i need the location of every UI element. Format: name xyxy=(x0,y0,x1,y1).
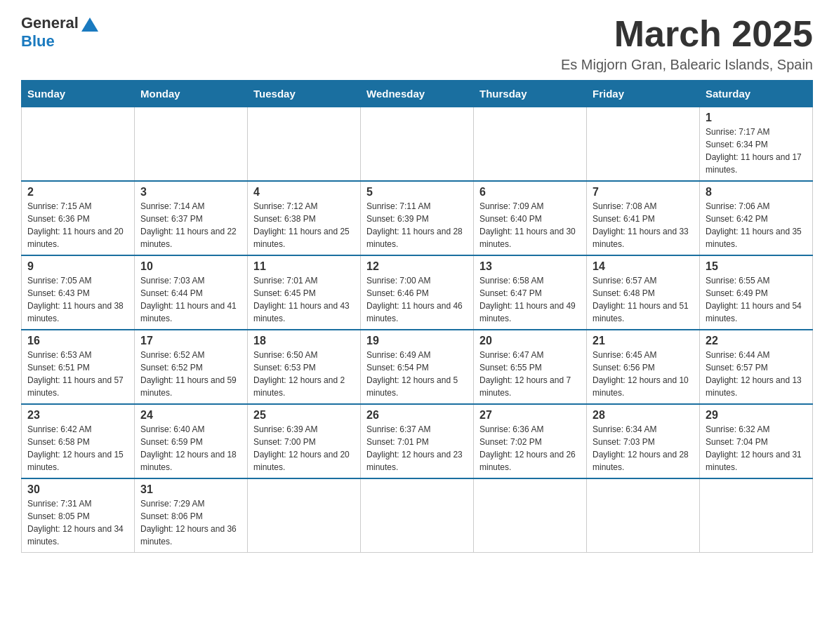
day-info: Sunrise: 6:39 AM Sunset: 7:00 PM Dayligh… xyxy=(253,423,355,474)
table-row: 8Sunrise: 7:06 AM Sunset: 6:42 PM Daylig… xyxy=(700,181,813,255)
header-monday: Monday xyxy=(135,81,248,107)
logo-general: General xyxy=(21,14,98,32)
title-section: March 2025 Es Migjorn Gran, Balearic Isl… xyxy=(561,14,813,73)
day-info: Sunrise: 7:11 AM Sunset: 6:39 PM Dayligh… xyxy=(366,200,468,250)
day-info: Sunrise: 7:15 AM Sunset: 6:36 PM Dayligh… xyxy=(27,200,128,250)
day-number: 9 xyxy=(27,260,128,273)
calendar-table: Sunday Monday Tuesday Wednesday Thursday… xyxy=(21,80,813,553)
day-number: 14 xyxy=(593,260,694,273)
day-number: 19 xyxy=(366,335,468,347)
table-row xyxy=(587,478,700,553)
table-row: 11Sunrise: 7:01 AM Sunset: 6:45 PM Dayli… xyxy=(248,255,361,330)
location-subtitle: Es Migjorn Gran, Balearic Islands, Spain xyxy=(561,57,813,73)
logo-triangle-icon xyxy=(81,18,98,32)
day-info: Sunrise: 7:17 AM Sunset: 6:34 PM Dayligh… xyxy=(706,126,807,176)
table-row: 28Sunrise: 6:34 AM Sunset: 7:03 PM Dayli… xyxy=(587,404,700,478)
table-row: 24Sunrise: 6:40 AM Sunset: 6:59 PM Dayli… xyxy=(135,404,248,478)
table-row: 17Sunrise: 6:52 AM Sunset: 6:52 PM Dayli… xyxy=(135,330,248,404)
day-number: 6 xyxy=(479,186,581,199)
day-info: Sunrise: 6:49 AM Sunset: 6:54 PM Dayligh… xyxy=(366,349,468,399)
table-row xyxy=(361,478,474,553)
table-row: 31Sunrise: 7:29 AM Sunset: 8:06 PM Dayli… xyxy=(135,478,248,553)
table-row: 3Sunrise: 7:14 AM Sunset: 6:37 PM Daylig… xyxy=(135,181,248,255)
day-number: 1 xyxy=(706,112,807,124)
day-number: 2 xyxy=(27,186,128,199)
table-row: 13Sunrise: 6:58 AM Sunset: 6:47 PM Dayli… xyxy=(474,255,587,330)
day-info: Sunrise: 6:57 AM Sunset: 6:48 PM Dayligh… xyxy=(593,274,694,325)
table-row xyxy=(587,107,700,182)
table-row: 30Sunrise: 7:31 AM Sunset: 8:05 PM Dayli… xyxy=(22,478,135,553)
day-number: 27 xyxy=(479,409,581,422)
table-row xyxy=(248,107,361,182)
header-wednesday: Wednesday xyxy=(361,81,474,107)
month-title: March 2025 xyxy=(561,14,813,54)
day-info: Sunrise: 7:03 AM Sunset: 6:44 PM Dayligh… xyxy=(140,274,241,325)
day-info: Sunrise: 7:14 AM Sunset: 6:37 PM Dayligh… xyxy=(140,200,241,250)
table-row: 29Sunrise: 6:32 AM Sunset: 7:04 PM Dayli… xyxy=(700,404,813,478)
day-info: Sunrise: 7:29 AM Sunset: 8:06 PM Dayligh… xyxy=(140,497,241,548)
table-row: 1Sunrise: 7:17 AM Sunset: 6:34 PM Daylig… xyxy=(700,107,813,182)
day-number: 20 xyxy=(479,335,581,347)
day-number: 31 xyxy=(140,483,241,496)
day-info: Sunrise: 6:36 AM Sunset: 7:02 PM Dayligh… xyxy=(479,423,581,474)
day-number: 5 xyxy=(366,186,468,199)
table-row: 21Sunrise: 6:45 AM Sunset: 6:56 PM Dayli… xyxy=(587,330,700,404)
day-info: Sunrise: 7:08 AM Sunset: 6:41 PM Dayligh… xyxy=(593,200,694,250)
day-info: Sunrise: 7:31 AM Sunset: 8:05 PM Dayligh… xyxy=(27,497,128,548)
table-row: 15Sunrise: 6:55 AM Sunset: 6:49 PM Dayli… xyxy=(700,255,813,330)
header-friday: Friday xyxy=(587,81,700,107)
day-info: Sunrise: 7:12 AM Sunset: 6:38 PM Dayligh… xyxy=(253,200,355,250)
table-row: 9Sunrise: 7:05 AM Sunset: 6:43 PM Daylig… xyxy=(22,255,135,330)
day-info: Sunrise: 6:37 AM Sunset: 7:01 PM Dayligh… xyxy=(366,423,468,474)
table-row xyxy=(474,107,587,182)
day-info: Sunrise: 7:06 AM Sunset: 6:42 PM Dayligh… xyxy=(706,200,807,250)
table-row: 27Sunrise: 6:36 AM Sunset: 7:02 PM Dayli… xyxy=(474,404,587,478)
table-row xyxy=(474,478,587,553)
table-row: 7Sunrise: 7:08 AM Sunset: 6:41 PM Daylig… xyxy=(587,181,700,255)
header-tuesday: Tuesday xyxy=(248,81,361,107)
table-row xyxy=(361,107,474,182)
day-number: 10 xyxy=(140,260,241,273)
table-row: 10Sunrise: 7:03 AM Sunset: 6:44 PM Dayli… xyxy=(135,255,248,330)
calendar-header-row: Sunday Monday Tuesday Wednesday Thursday… xyxy=(22,81,813,107)
day-info: Sunrise: 6:58 AM Sunset: 6:47 PM Dayligh… xyxy=(479,274,581,325)
table-row: 6Sunrise: 7:09 AM Sunset: 6:40 PM Daylig… xyxy=(474,181,587,255)
day-info: Sunrise: 6:55 AM Sunset: 6:49 PM Dayligh… xyxy=(706,274,807,325)
table-row: 5Sunrise: 7:11 AM Sunset: 6:39 PM Daylig… xyxy=(361,181,474,255)
day-number: 28 xyxy=(593,409,694,422)
logo-blue-text: Blue xyxy=(21,32,55,51)
table-row: 12Sunrise: 7:00 AM Sunset: 6:46 PM Dayli… xyxy=(361,255,474,330)
day-info: Sunrise: 6:32 AM Sunset: 7:04 PM Dayligh… xyxy=(706,423,807,474)
day-number: 25 xyxy=(253,409,355,422)
day-info: Sunrise: 6:45 AM Sunset: 6:56 PM Dayligh… xyxy=(593,349,694,399)
day-number: 7 xyxy=(593,186,694,199)
page-header: General Blue March 2025 Es Migjorn Gran,… xyxy=(21,14,813,73)
day-number: 4 xyxy=(253,186,355,199)
day-info: Sunrise: 6:40 AM Sunset: 6:59 PM Dayligh… xyxy=(140,423,241,474)
day-info: Sunrise: 7:09 AM Sunset: 6:40 PM Dayligh… xyxy=(479,200,581,250)
day-number: 23 xyxy=(27,409,128,422)
day-number: 30 xyxy=(27,483,128,496)
table-row: 2Sunrise: 7:15 AM Sunset: 6:36 PM Daylig… xyxy=(22,181,135,255)
calendar-week-row: 30Sunrise: 7:31 AM Sunset: 8:05 PM Dayli… xyxy=(22,478,813,553)
day-info: Sunrise: 7:05 AM Sunset: 6:43 PM Dayligh… xyxy=(27,274,128,325)
day-number: 13 xyxy=(479,260,581,273)
table-row: 18Sunrise: 6:50 AM Sunset: 6:53 PM Dayli… xyxy=(248,330,361,404)
day-number: 26 xyxy=(366,409,468,422)
table-row xyxy=(22,107,135,182)
day-number: 3 xyxy=(140,186,241,199)
table-row xyxy=(700,478,813,553)
table-row: 4Sunrise: 7:12 AM Sunset: 6:38 PM Daylig… xyxy=(248,181,361,255)
day-number: 8 xyxy=(706,186,807,199)
day-number: 12 xyxy=(366,260,468,273)
day-number: 16 xyxy=(27,335,128,347)
calendar-week-row: 16Sunrise: 6:53 AM Sunset: 6:51 PM Dayli… xyxy=(22,330,813,404)
calendar-week-row: 23Sunrise: 6:42 AM Sunset: 6:58 PM Dayli… xyxy=(22,404,813,478)
day-number: 29 xyxy=(706,409,807,422)
day-number: 18 xyxy=(253,335,355,347)
day-number: 24 xyxy=(140,409,241,422)
table-row xyxy=(135,107,248,182)
table-row xyxy=(248,478,361,553)
calendar-week-row: 1Sunrise: 7:17 AM Sunset: 6:34 PM Daylig… xyxy=(22,107,813,182)
day-info: Sunrise: 6:52 AM Sunset: 6:52 PM Dayligh… xyxy=(140,349,241,399)
